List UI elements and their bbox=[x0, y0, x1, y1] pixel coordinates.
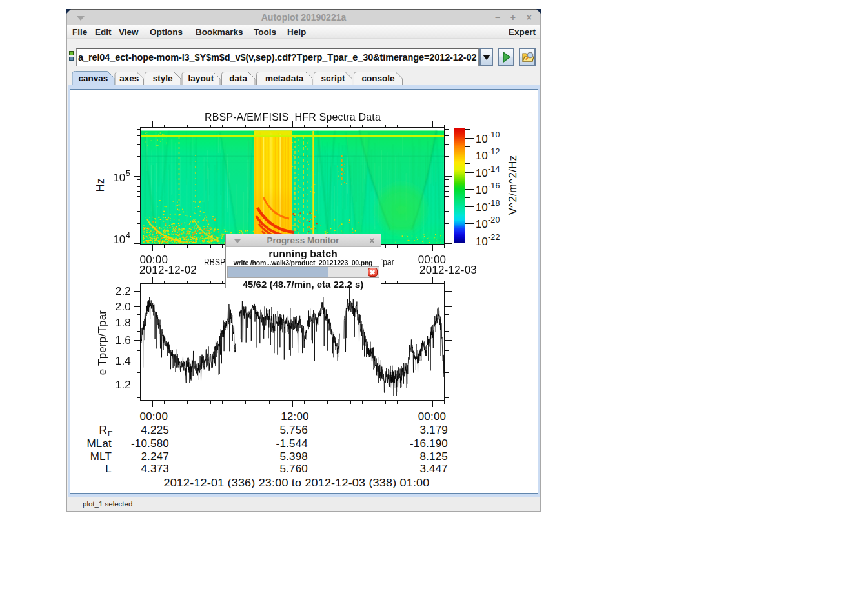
svg-text:console: console bbox=[361, 74, 395, 83]
svg-text:10: 10 bbox=[476, 184, 488, 195]
svg-text:e Tperp/Tpar: e Tperp/Tpar bbox=[96, 310, 108, 375]
svg-text:10: 10 bbox=[476, 150, 488, 161]
svg-text:10: 10 bbox=[113, 234, 125, 246]
svg-text:canvas: canvas bbox=[79, 74, 108, 83]
svg-text:MLat: MLat bbox=[86, 437, 112, 450]
svg-text:2012-12-03: 2012-12-03 bbox=[419, 264, 477, 276]
svg-text:script: script bbox=[321, 74, 345, 83]
svg-text:-18: -18 bbox=[488, 199, 500, 208]
svg-text:3.179: 3.179 bbox=[419, 424, 448, 436]
svg-text:3.447: 3.447 bbox=[419, 463, 448, 475]
svg-text:style: style bbox=[153, 74, 173, 83]
svg-text:Hz: Hz bbox=[94, 178, 106, 192]
svg-text:10: 10 bbox=[476, 201, 488, 213]
svg-text:00:00: 00:00 bbox=[418, 410, 447, 423]
svg-text:4: 4 bbox=[126, 231, 130, 240]
svg-text:1.4: 1.4 bbox=[116, 355, 131, 367]
svg-text:2.247: 2.247 bbox=[141, 450, 169, 463]
svg-text:-10: -10 bbox=[488, 130, 500, 139]
svg-text:L: L bbox=[105, 463, 112, 475]
svg-text:-1.544: -1.544 bbox=[276, 437, 308, 450]
svg-text:1.6: 1.6 bbox=[116, 334, 131, 346]
svg-text:data: data bbox=[229, 74, 247, 83]
svg-text:5.756: 5.756 bbox=[279, 424, 308, 436]
svg-text:MLT: MLT bbox=[90, 450, 112, 463]
svg-text:-16: -16 bbox=[488, 181, 500, 190]
svg-text:2.2: 2.2 bbox=[116, 285, 131, 297]
svg-text:-10.580: -10.580 bbox=[131, 437, 169, 450]
svg-text:1.2: 1.2 bbox=[116, 379, 131, 391]
svg-text:axes: axes bbox=[119, 74, 139, 83]
svg-text:-16.190: -16.190 bbox=[410, 437, 448, 450]
svg-text:5.398: 5.398 bbox=[279, 450, 308, 463]
svg-text:layout: layout bbox=[188, 74, 214, 83]
svg-text:4.225: 4.225 bbox=[141, 424, 169, 436]
svg-text:-14: -14 bbox=[488, 165, 500, 174]
svg-text:-20: -20 bbox=[488, 215, 500, 225]
svg-text:5: 5 bbox=[126, 169, 130, 178]
svg-text:R: R bbox=[99, 424, 107, 436]
svg-text:10: 10 bbox=[113, 172, 125, 184]
svg-text:V^2/m^2/Hz: V^2/m^2/Hz bbox=[507, 155, 519, 215]
svg-text:1.8: 1.8 bbox=[116, 317, 131, 329]
svg-text:-22: -22 bbox=[488, 233, 500, 242]
svg-text:10: 10 bbox=[476, 167, 488, 179]
svg-text:8.125: 8.125 bbox=[419, 450, 448, 463]
svg-text:-12: -12 bbox=[488, 147, 500, 156]
svg-text:00:00: 00:00 bbox=[140, 410, 168, 423]
svg-text:4.373: 4.373 bbox=[141, 463, 169, 475]
svg-text:10: 10 bbox=[476, 235, 488, 247]
svg-text:2012-12-01 (336) 23:00 to 2012: 2012-12-01 (336) 23:00 to 2012-12-03 (33… bbox=[164, 477, 430, 489]
svg-text:2012-12-02: 2012-12-02 bbox=[139, 264, 197, 276]
svg-text:10: 10 bbox=[476, 133, 488, 145]
svg-text:RBSP-A/EMFISIS HFR Spectra Da: RBSP-A/EMFISIS HFR Spectra Data bbox=[205, 111, 381, 123]
svg-text:12:00: 12:00 bbox=[281, 410, 309, 423]
svg-text:metadata: metadata bbox=[265, 74, 304, 83]
svg-text:5.760: 5.760 bbox=[279, 463, 308, 475]
svg-text:2.0: 2.0 bbox=[116, 301, 131, 313]
svg-text:10: 10 bbox=[476, 218, 488, 230]
svg-text:E: E bbox=[108, 430, 113, 437]
